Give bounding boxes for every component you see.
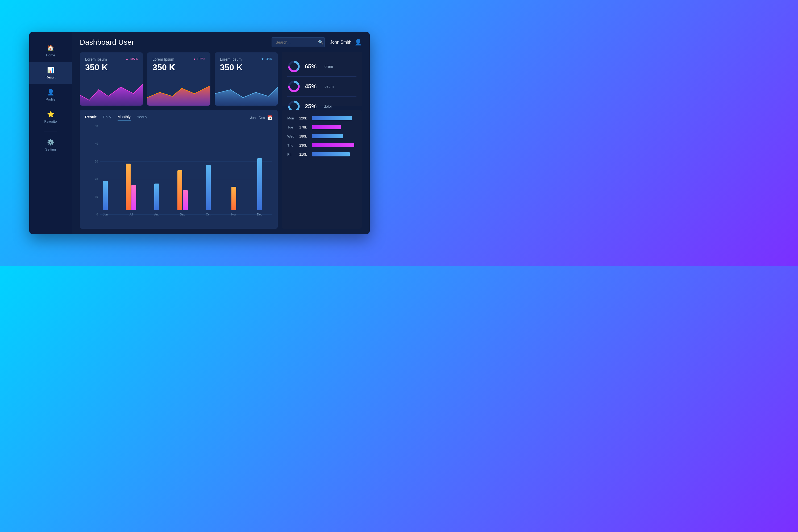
- donut-pct-1: 65%: [305, 63, 320, 70]
- card-chart-1: [80, 79, 143, 106]
- month-label-dec: Dec: [257, 213, 262, 216]
- bar-sep-pink: [183, 190, 188, 210]
- date-range-label: Jun - Dec: [250, 116, 265, 120]
- weekly-track-mon: [312, 116, 357, 120]
- sidebar-item-setting[interactable]: ⚙️ Setting: [29, 134, 72, 156]
- card-chart-3: [215, 79, 278, 106]
- bottom-section: Result Daily Monthly Yearly Jun - Dec 📅 …: [72, 110, 370, 234]
- sidebar-item-favorite[interactable]: ⭐ Favorite: [29, 106, 72, 128]
- weekly-val-thu: 230k: [299, 144, 309, 147]
- weekly-val-tue: 178k: [299, 125, 309, 129]
- chart-tab-result[interactable]: Result: [85, 115, 97, 120]
- favorite-icon: ⭐: [47, 111, 54, 118]
- month-group-sep: Sep: [170, 170, 195, 216]
- sidebar-item-home[interactable]: 🏠 Home: [29, 40, 72, 62]
- weekly-val-wed: 180k: [299, 134, 309, 138]
- bar-jun-blue: [103, 181, 108, 210]
- bar-nov-orange: [231, 187, 236, 210]
- card-label-2: Lorem Ipsum: [152, 57, 174, 61]
- card-badge-2: ▲ +35%: [193, 57, 205, 61]
- card-value-3: 350 K: [220, 62, 272, 72]
- stat-card-3: Lorem Ipsum ▼ -35% 350 K: [215, 52, 278, 106]
- card-value-2: 350 K: [152, 62, 205, 72]
- calendar-icon: 📅: [267, 115, 272, 120]
- svg-marker-1: [147, 86, 210, 106]
- chart-tab-monthly[interactable]: Monthly: [118, 115, 131, 120]
- bar-jul-orange: [126, 164, 131, 210]
- month-group-aug: Aug: [144, 184, 170, 216]
- sidebar-divider: [44, 131, 57, 131]
- month-group-oct: Oct: [195, 165, 221, 216]
- weekly-bar-wed: [312, 134, 343, 138]
- trend-down-icon: ▼: [261, 57, 264, 61]
- month-group-jul: Jul: [118, 164, 144, 216]
- weekly-row-thu: Thu 230k: [287, 141, 357, 149]
- weekly-day-tue: Tue: [287, 125, 297, 129]
- donut-pct-3: 25%: [305, 103, 320, 110]
- weekly-bar-fri: [312, 152, 350, 156]
- page-title: Dashboard User: [80, 38, 266, 46]
- bar-aug-blue: [154, 184, 159, 210]
- card-badge-3: ▼ -35%: [261, 57, 272, 61]
- chart-tab-daily[interactable]: Daily: [103, 115, 111, 120]
- weekly-val-mon: 220k: [299, 116, 309, 120]
- search-icon: 🔍: [318, 40, 323, 45]
- donut-row-2: 45% ipsum: [287, 77, 357, 97]
- bar-sep-orange: [177, 170, 182, 210]
- sidebar-item-label: Home: [46, 53, 55, 57]
- dashboard-container: 🏠 Home 📊 Result 👤 Profile ⭐ Favorite ⚙️ …: [29, 32, 370, 234]
- card-value-1: 350 K: [85, 62, 137, 72]
- bar-chart-wrapper: 50 40 30 20: [85, 125, 272, 224]
- setting-icon: ⚙️: [47, 139, 54, 146]
- home-icon: 🏠: [47, 45, 54, 52]
- card-label-1: Lorem Ipsum: [85, 57, 107, 61]
- user-avatar-icon: 👤: [355, 39, 362, 46]
- result-icon: 📊: [47, 67, 54, 74]
- card-label-3: Lorem Ipsum: [220, 57, 242, 61]
- bars-container: Jun Jul: [93, 125, 272, 224]
- chart-date-range: Jun - Dec 📅: [250, 115, 272, 120]
- main-content: Dashboard User 🔍 John Smith 👤 Lorem Ipsu…: [72, 32, 370, 234]
- weekly-track-fri: [312, 152, 357, 156]
- weekly-bar-tue: [312, 125, 341, 129]
- weekly-row-mon: Mon 220k: [287, 114, 357, 122]
- donut-chart-1: [287, 60, 301, 73]
- weekly-day-mon: Mon: [287, 116, 297, 120]
- donut-pct-2: 45%: [305, 83, 320, 90]
- right-panel: 65% lorem 45% ipsum: [282, 52, 362, 106]
- sidebar-item-label: Setting: [45, 147, 56, 151]
- sidebar-item-result[interactable]: 📊 Result: [29, 62, 72, 84]
- card-chart-2: [147, 79, 210, 106]
- weekly-track-thu: [312, 143, 357, 147]
- month-label-sep: Sep: [180, 213, 185, 216]
- search-input[interactable]: [276, 40, 316, 44]
- weekly-day-fri: Fri: [287, 152, 297, 156]
- month-group-jun: Jun: [93, 181, 118, 216]
- weekly-row-wed: Wed 180k: [287, 132, 357, 140]
- month-label-nov: Nov: [231, 213, 236, 216]
- sidebar-item-profile[interactable]: 👤 Profile: [29, 84, 72, 106]
- bar-jul-pink: [131, 185, 136, 210]
- profile-icon: 👤: [47, 89, 54, 96]
- search-bar[interactable]: 🔍: [271, 37, 325, 47]
- weekly-bar-mon: [312, 116, 352, 120]
- weekly-val-fri: 210k: [299, 152, 309, 156]
- weekly-stats-panel: Mon 220k Tue 178k Wed 180k: [282, 110, 362, 229]
- chart-tab-yearly[interactable]: Yearly: [137, 115, 147, 120]
- weekly-row-tue: Tue 178k: [287, 123, 357, 131]
- bar-dec-blue: [257, 158, 262, 210]
- month-label-jul: Jul: [129, 213, 133, 216]
- svg-marker-0: [80, 84, 143, 106]
- sidebar-item-label: Result: [46, 75, 56, 79]
- donut-label-2: ipsum: [324, 84, 334, 89]
- donut-label-1: lorem: [324, 64, 333, 69]
- weekly-track-wed: [312, 134, 357, 138]
- trend-up-icon: ▲: [125, 57, 129, 61]
- sidebar-item-label: Profile: [46, 97, 56, 101]
- donut-label-3: dolor: [324, 104, 332, 109]
- bar-oct-blue: [206, 165, 211, 210]
- weekly-track-tue: [312, 125, 357, 129]
- stat-card-2: Lorem Ipsum ▲ +35% 350 K: [147, 52, 210, 106]
- sidebar: 🏠 Home 📊 Result 👤 Profile ⭐ Favorite ⚙️ …: [29, 32, 72, 234]
- weekly-day-wed: Wed: [287, 134, 297, 138]
